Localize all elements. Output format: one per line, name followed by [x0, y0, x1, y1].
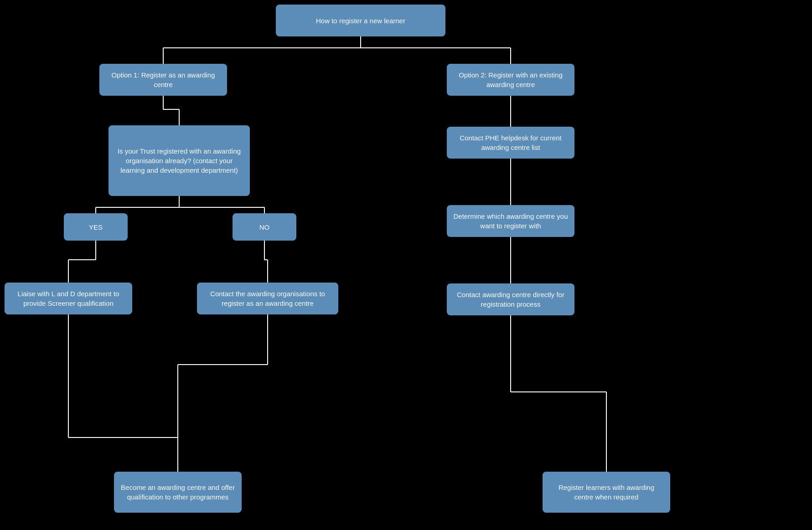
no-node: NO [233, 213, 296, 241]
register-learners-node: Register learners with awarding centre w… [543, 472, 670, 513]
become-node: Become an awarding centre and offer qual… [114, 472, 242, 513]
determine-node: Determine which awarding centre you want… [447, 205, 574, 237]
question-node: Is your Trust registered with an awardin… [109, 125, 250, 196]
liaise-node: Liaise with L and D department to provid… [5, 283, 132, 314]
contact-direct-node: Contact awarding centre directly for reg… [447, 283, 574, 315]
yes-node: YES [64, 213, 128, 241]
contact-org-node: Contact the awarding organisations to re… [197, 283, 338, 314]
option2-node: Option 2: Register with an existing awar… [447, 64, 574, 96]
phe-node: Contact PHE helpdesk for current awardin… [447, 127, 574, 159]
title-node: How to register a new learner [276, 5, 445, 36]
option1-node: Option 1: Register as an awarding centre [99, 64, 227, 96]
